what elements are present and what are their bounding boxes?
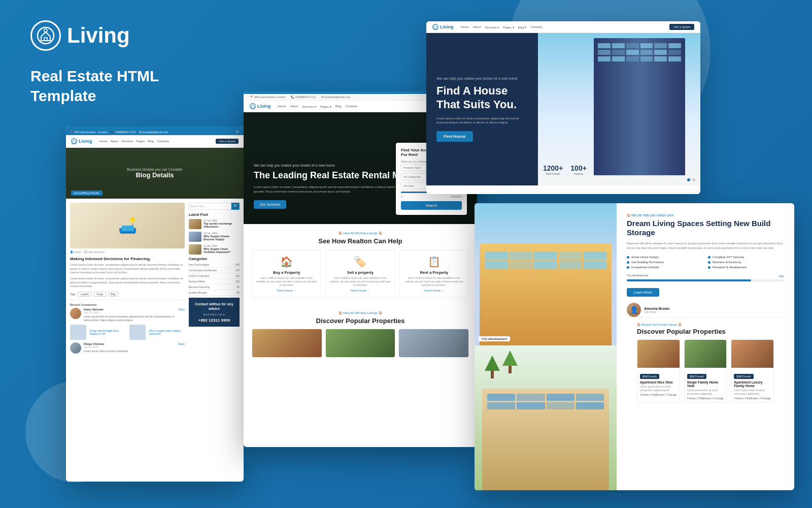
findhouse-hero-right: 1200+ Real Estate 100+ Awards: [538, 33, 700, 185]
findhouse-hero: We can help you realize your dream of a …: [426, 33, 700, 185]
progress-fill: [627, 279, 751, 281]
cat-3[interactable]: Field of Inspiration143: [189, 273, 240, 279]
reply-btn-1[interactable]: Reply: [178, 308, 185, 311]
dream-prop-desc-1: Lorem ipsum dolor sit amet consectetur a…: [640, 385, 677, 392]
search-button[interactable]: 🔍: [231, 203, 240, 210]
person-name: Aleesha Brown: [644, 307, 670, 310]
view-all-listings-2[interactable]: 🏠 View All 329 New Listings 🏠: [252, 311, 469, 314]
dream-disc-sub: 🏠 Browse Our Dream House 🏠: [637, 323, 774, 326]
stat-num-2: 100+: [570, 164, 587, 172]
dream-heading: Dream Living Spaces Setting New Build St…: [627, 219, 784, 237]
rental-services-button[interactable]: Our Services: [254, 200, 286, 209]
progress-pct: 79%: [779, 275, 784, 278]
prop-card-3[interactable]: [398, 329, 469, 358]
dream-prop-desc-3: Lorem ipsum dolor sit amet consectetur a…: [734, 389, 771, 395]
blog-quote-button[interactable]: Get a Quote: [216, 139, 239, 144]
service-rent-title: Rent a Property: [404, 270, 464, 275]
info-bar: 📍 399 road location · London 📞 +99998921…: [66, 129, 244, 135]
tag-logistics[interactable]: Logistic: [78, 292, 92, 297]
prop-card-2[interactable]: [325, 329, 396, 358]
cat-1[interactable]: New Technologies243: [189, 262, 240, 268]
stat-awards: 100+ Awards: [570, 164, 587, 175]
cat-5[interactable]: Remote Financing87: [189, 284, 240, 290]
post-title-3[interactable]: Why Supply Chain Visibility important?: [204, 247, 240, 253]
feat-3: Get Building Permission: [627, 261, 703, 264]
prop-img-1: [252, 329, 322, 357]
learn-more-button[interactable]: Learn More: [627, 288, 659, 297]
prop-card-1[interactable]: [252, 329, 322, 358]
findhouse-hero-desc: Lorem ipsum dolor sit amet consectetur a…: [436, 116, 528, 125]
building-background: 1200+ Real Estate 100+ Awards: [538, 33, 700, 185]
reply-btn-2[interactable]: Reply: [178, 342, 185, 345]
dream-prop-3[interactable]: $987/moth Apartment Luxury Family Home L…: [731, 339, 774, 403]
article-meta: 👤 Author 💬 216 comments: [70, 250, 185, 253]
dot-active[interactable]: [687, 178, 690, 181]
blog-content-area: 🛋️ 👤 Author 💬 216 comments Making Inform…: [66, 199, 244, 361]
brand-tagline: Real Estate HTML Template: [30, 66, 159, 106]
dot-inactive[interactable]: [692, 178, 695, 181]
services-grid: 🏠 Buy a Property over 1 millions homes f…: [252, 250, 469, 298]
cat-4[interactable]: Positive Effect132: [189, 279, 240, 284]
tree-2: [502, 351, 518, 376]
findhouse-cta-button[interactable]: Find House: [436, 131, 473, 142]
sidebar-search: Search Here 🔍: [189, 203, 240, 210]
brand-logo-icon: [30, 20, 61, 51]
service-rent-link[interactable]: Find A Home →: [404, 289, 464, 292]
progress-bar: [627, 279, 784, 281]
dream-sub: 🏠 We can help you realize your: [627, 213, 784, 217]
stat-realestate: 1200+ Real Estate: [543, 164, 563, 175]
dream-prop-name-3: Apartment Luxury Family Home: [734, 380, 771, 388]
blog-nav-links: Home About Services Pages Blog Contacts: [99, 140, 169, 143]
search-input[interactable]: Search Here: [189, 203, 231, 210]
view-all-listings-1[interactable]: 🏠 View All 329 New Listings 🏠: [252, 231, 469, 235]
post-img-3: [189, 244, 201, 255]
progress-label: City development: [627, 274, 649, 277]
service-rent-desc: over 1 millions homes for sale available…: [404, 276, 464, 287]
service-rent: 📋 Rent a Property over 1 millions homes …: [399, 250, 469, 298]
service-sell-link[interactable]: Find A Home →: [330, 289, 390, 292]
service-buy-link[interactable]: Find A Home →: [256, 289, 317, 292]
stat-label-2: Awards: [570, 172, 587, 175]
comment-text-2: Lorem ipsum dolor sit amet consectetur.: [84, 350, 129, 353]
cat-2[interactable]: Construction Introduction174: [189, 268, 240, 273]
person-info: 👤 Aleesha Brown City Pass: [627, 303, 784, 317]
dream-prop-amenities-1: 4 Room | 4 Bathroom | 4 Garage: [640, 393, 677, 396]
feat-6: Research & development: [708, 266, 784, 269]
rental-discover-section: 🏠 View All 329 New Listings 🏠 Discover P…: [244, 311, 477, 364]
tag-cargo[interactable]: Cargo: [94, 292, 106, 297]
breadcrumb[interactable]: Home/Blog Details: [71, 190, 103, 196]
dream-content-flex: City development: [475, 203, 794, 490]
rental-nav-links: Home About Services ▾ Pages ▾ Blog Conta…: [278, 105, 358, 108]
comments-title: Recent Comments: [70, 303, 185, 306]
findhouse-card: Living Home About Services ▾ Pages ▾ Blo…: [426, 21, 700, 194]
contact-box: Contact withus for any advice Need Help?…: [189, 298, 240, 327]
prop-img-2: [326, 329, 395, 357]
stat-label-1: Real Estate: [543, 172, 563, 175]
tag-blog[interactable]: Blog: [108, 292, 118, 297]
post-title-1[interactable]: Top quotes exchange influencers: [204, 222, 240, 228]
dream-prop-img-1: [637, 340, 680, 368]
contact-title: Contact withus for any advice: [193, 302, 235, 311]
contact-phone[interactable]: +892 12311 9999: [193, 318, 235, 323]
person-title: City Pass: [644, 310, 670, 313]
dream-prop-info-2: $987/moth Single Family Home View Lorem …: [685, 368, 727, 402]
post-item-3: 12 Jul, 2021 Why Supply Chain Visibility…: [189, 244, 240, 255]
article-text-2: Lorem ipsum dolor sit amet, consectetur …: [70, 277, 185, 289]
findhouse-quote-button[interactable]: Get a Quote: [669, 24, 694, 30]
dream-prop-2[interactable]: $987/moth Single Family Home View Lorem …: [684, 339, 727, 403]
cat-6[interactable]: Quality Manuals65: [189, 290, 240, 296]
latest-post-title: Latest Post: [189, 213, 240, 216]
blog-main: 🛋️ 👤 Author 💬 216 comments Making Inform…: [70, 203, 185, 357]
search-submit-button[interactable]: Search: [401, 201, 462, 210]
post-title-2[interactable]: Why Supply Chains Become Supply: [204, 235, 240, 241]
dream-disc-heading: Discover Popular Properties: [637, 328, 774, 335]
dream-prop-img-3: [731, 340, 773, 368]
buy-icon: 🏠: [256, 256, 317, 268]
post-img-1: [189, 219, 201, 229]
post-item-2: 12 Jul, 2021 Why Supply Chains Become Su…: [189, 232, 240, 242]
blog-sidebar: Search Here 🔍 Latest Post 12 Jul, 2021 T…: [189, 203, 240, 357]
service-buy-title: Buy a Property: [256, 270, 317, 275]
dream-prop-1[interactable]: $987/moth Apartment Nice View Lorem ipsu…: [637, 339, 680, 403]
comment-avatar-1: [70, 308, 81, 319]
blog-hero: Business Models you can Consider Blog De…: [66, 148, 244, 199]
